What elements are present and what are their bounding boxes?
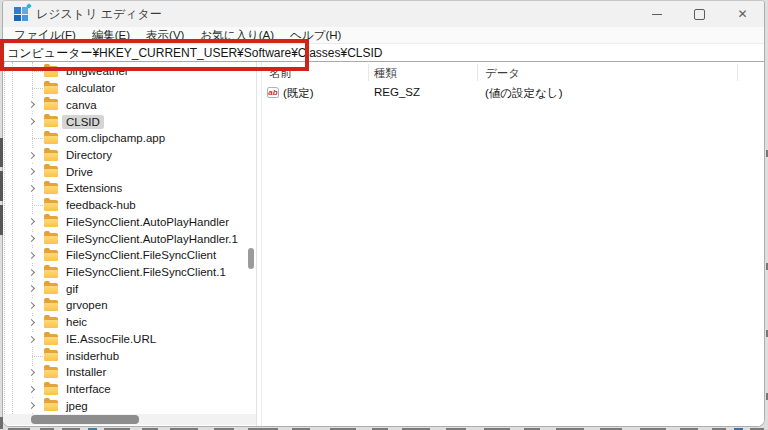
- chevron-right-icon[interactable]: [27, 182, 38, 195]
- list-header: 名前 種類 データ: [262, 62, 764, 83]
- tree-item-label: feedback-hub: [62, 198, 140, 212]
- tree-item-label: Interface: [62, 382, 115, 396]
- close-icon: ✕: [737, 8, 747, 20]
- registry-tree-pane: bingweather calculator canva: [3, 62, 256, 426]
- tree-item[interactable]: Directory: [3, 147, 244, 164]
- tree-connector-line: [32, 205, 43, 206]
- tree-item-label: calculator: [62, 81, 119, 95]
- tree-item[interactable]: IE.AssocFile.URL: [3, 331, 244, 348]
- tree-item[interactable]: jpeg: [3, 397, 244, 414]
- tree-connector-line: [32, 356, 43, 357]
- tree-vertical-scrollbar-thumb[interactable]: [248, 248, 254, 269]
- tree-item[interactable]: FileSyncClient.FileSyncClient: [3, 247, 244, 264]
- chevron-right-icon[interactable]: [27, 115, 38, 128]
- tree-item-label: canva: [62, 98, 101, 112]
- value-row[interactable]: ab (既定) REG_SZ (値の設定なし): [262, 85, 764, 102]
- main-content: bingweather calculator canva: [3, 62, 764, 426]
- folder-icon: [44, 133, 58, 144]
- maximize-button[interactable]: [678, 1, 721, 27]
- tree-connector-line: [32, 138, 43, 139]
- tree-item[interactable]: FileSyncClient.FileSyncClient.1: [3, 264, 244, 281]
- tree-connector-line: [32, 88, 43, 89]
- column-separator[interactable]: [368, 64, 369, 81]
- chevron-right-icon[interactable]: [27, 299, 38, 312]
- tree-horizontal-scrollbar[interactable]: [3, 414, 256, 425]
- column-separator[interactable]: [477, 64, 478, 81]
- annotation-red-box: [0, 39, 309, 71]
- tree-item-label: Extensions: [62, 181, 126, 195]
- folder-icon: [44, 166, 58, 177]
- chevron-right-icon[interactable]: [27, 165, 38, 178]
- folder-icon: [44, 183, 58, 194]
- tree-item[interactable]: CLSID: [3, 113, 244, 130]
- tree-item[interactable]: insiderhub: [3, 347, 244, 364]
- folder-icon: [44, 283, 58, 294]
- background-artifact: [0, 138, 3, 167]
- chevron-right-icon[interactable]: [27, 282, 38, 295]
- folder-icon: [44, 150, 58, 161]
- tree-item-label: Installer: [62, 365, 110, 379]
- column-header-type[interactable]: 種類: [374, 66, 397, 81]
- tree-item-label: CLSID: [62, 115, 104, 129]
- tree-item-label: heic: [62, 315, 91, 329]
- tree-item-label: FileSyncClient.FileSyncClient.1: [62, 265, 230, 279]
- folder-icon: [44, 317, 58, 328]
- string-value-icon: ab: [267, 87, 279, 98]
- scrollbar-thumb[interactable]: [31, 415, 139, 424]
- close-button[interactable]: ✕: [721, 1, 764, 27]
- tree-item[interactable]: heic: [3, 314, 244, 331]
- tree-item-label: gif: [62, 282, 82, 296]
- tree-item-label: FileSyncClient.AutoPlayHandler.1: [62, 232, 242, 246]
- folder-icon: [44, 216, 58, 227]
- chevron-right-icon[interactable]: [27, 98, 38, 111]
- tree-item[interactable]: grvopen: [3, 297, 244, 314]
- tree-item[interactable]: com.clipchamp.app: [3, 130, 244, 147]
- tree-item-label: Directory: [62, 148, 116, 162]
- tree-item[interactable]: feedback-hub: [3, 197, 244, 214]
- chevron-right-icon[interactable]: [27, 383, 38, 396]
- tree-item[interactable]: calculator: [3, 80, 244, 97]
- chevron-right-icon[interactable]: [27, 366, 38, 379]
- maximize-icon: [694, 9, 705, 20]
- column-separator[interactable]: [737, 64, 738, 81]
- chevron-right-icon[interactable]: [27, 399, 38, 412]
- tree-item-label: IE.AssocFile.URL: [62, 332, 160, 346]
- tree-item[interactable]: FileSyncClient.AutoPlayHandler: [3, 213, 244, 230]
- tree-item[interactable]: Extensions: [3, 180, 244, 197]
- folder-icon: [44, 200, 58, 211]
- value-data: (値の設定なし): [485, 86, 562, 101]
- folder-icon: [44, 116, 58, 127]
- tree-item[interactable]: Drive: [3, 163, 244, 180]
- chevron-right-icon[interactable]: [27, 149, 38, 162]
- tree-item[interactable]: Interface: [3, 381, 244, 398]
- tree-item-label: com.clipchamp.app: [62, 131, 169, 145]
- minimize-icon: [652, 14, 662, 15]
- tree-item[interactable]: FileSyncClient.AutoPlayHandler.1: [3, 230, 244, 247]
- tree-item-label: FileSyncClient.AutoPlayHandler: [62, 215, 233, 229]
- folder-icon: [44, 350, 58, 361]
- title-bar[interactable]: レジストリ エディター ✕: [3, 1, 764, 27]
- chevron-right-icon[interactable]: [27, 215, 38, 228]
- tree-connector-line: [32, 71, 43, 72]
- folder-icon: [44, 267, 58, 278]
- chevron-right-icon[interactable]: [27, 333, 38, 346]
- tree-item[interactable]: Installer: [3, 364, 244, 381]
- folder-icon: [44, 367, 58, 378]
- chevron-right-icon[interactable]: [27, 266, 38, 279]
- value-type: REG_SZ: [374, 86, 420, 98]
- folder-icon: [44, 334, 58, 345]
- chevron-right-icon[interactable]: [27, 249, 38, 262]
- column-header-data[interactable]: データ: [485, 66, 520, 81]
- chevron-right-icon[interactable]: [27, 232, 38, 245]
- tree-item[interactable]: canva: [3, 96, 244, 113]
- background-artifact: [0, 417, 3, 429]
- tree-item[interactable]: gif: [3, 280, 244, 297]
- window-controls: ✕: [635, 1, 764, 27]
- chevron-right-icon[interactable]: [27, 316, 38, 329]
- tree-item-label: jpeg: [62, 399, 92, 413]
- registry-app-icon: [14, 7, 28, 21]
- background-artifact: [0, 171, 3, 201]
- folder-icon: [44, 99, 58, 110]
- folder-icon: [44, 384, 58, 395]
- minimize-button[interactable]: [635, 1, 678, 27]
